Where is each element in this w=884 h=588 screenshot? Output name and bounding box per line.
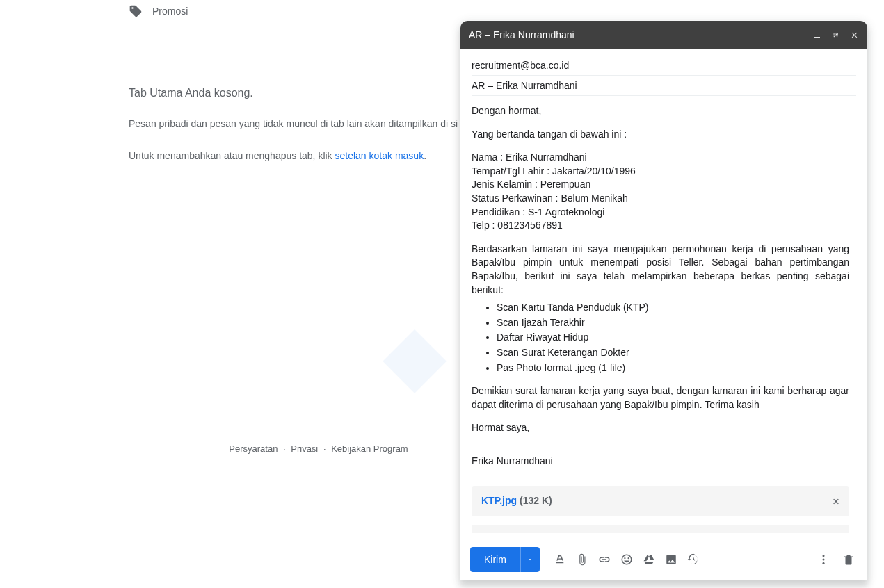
more-options-icon[interactable] — [817, 553, 830, 566]
send-button[interactable]: Kirim — [470, 547, 520, 572]
category-tab-promotions[interactable]: Promosi — [0, 0, 884, 22]
bullet-item: Pas Photo format .jpeg (1 file) — [497, 361, 849, 375]
svg-rect-0 — [814, 37, 820, 38]
send-options-dropdown[interactable] — [520, 547, 540, 572]
tag-icon — [129, 4, 143, 18]
insert-link-icon[interactable] — [598, 553, 611, 566]
svg-point-2 — [823, 559, 825, 561]
footer-policy[interactable]: Kebijakan Program — [331, 443, 408, 454]
insert-emoji-icon[interactable] — [620, 553, 633, 566]
compose-window: AR – Erika Nurramdhani recruitment@bca.c… — [460, 21, 867, 580]
popout-icon[interactable] — [831, 31, 840, 40]
subject-field[interactable]: AR – Erika Nurramdhani — [472, 76, 856, 96]
svg-point-1 — [823, 555, 825, 557]
drive-icon[interactable] — [643, 553, 655, 566]
attachment-size: (132 K) — [520, 494, 552, 508]
bullet-item: Daftar Riwayat Hidup — [497, 331, 849, 345]
bullet-item: Scan Ijazah Terakhir — [497, 316, 849, 330]
recipient-field[interactable]: recruitment@bca.co.id — [472, 56, 856, 76]
inbox-settings-link[interactable]: setelan kotak masuk — [335, 150, 424, 161]
bullet-item: Scan Surat Keterangan Dokter — [497, 346, 849, 360]
compose-body-editor[interactable]: Dengan hormat, Yang bertanda tangan di b… — [472, 104, 860, 533]
empty-inbox-message: Tab Utama Anda kosong. Pesan pribadi dan… — [129, 83, 463, 180]
compose-title: AR – Erika Nurramdhani — [469, 29, 813, 40]
empty-title: Tab Utama Anda kosong. — [129, 83, 463, 102]
compose-toolbar: Kirim — [460, 539, 867, 580]
empty-line2: Untuk menambahkan atau menghapus tab, kl… — [129, 148, 463, 165]
empty-line1: Pesan pribadi dan pesan yang tidak muncu… — [129, 116, 463, 133]
compose-header: AR – Erika Nurramdhani — [460, 21, 867, 49]
confidential-mode-icon[interactable] — [687, 553, 700, 566]
insert-image-icon[interactable] — [665, 553, 677, 566]
attachment-list-bullets: Scan Kartu Tanda Penduduk (KTP)Scan Ijaz… — [497, 301, 849, 375]
attach-file-icon[interactable] — [576, 553, 588, 566]
close-icon[interactable] — [850, 31, 859, 40]
footer-privacy[interactable]: Privasi — [291, 443, 318, 454]
remove-attachment-icon[interactable]: × — [833, 496, 839, 507]
bullet-item: Scan Kartu Tanda Penduduk (KTP) — [497, 301, 849, 315]
svg-point-3 — [823, 562, 825, 564]
attachment-name: KTP.jpg — [481, 494, 517, 508]
attachment-chip[interactable]: Ijazah.jpg (132 K)× — [472, 525, 849, 533]
minimize-icon[interactable] — [813, 31, 821, 39]
discard-draft-icon[interactable] — [842, 553, 855, 566]
formatting-icon[interactable] — [554, 553, 566, 566]
attachment-chip[interactable]: KTP.jpg (132 K)× — [472, 486, 849, 516]
tab-promotions-label: Promosi — [152, 6, 188, 17]
footer-terms[interactable]: Persyaratan — [229, 443, 278, 454]
